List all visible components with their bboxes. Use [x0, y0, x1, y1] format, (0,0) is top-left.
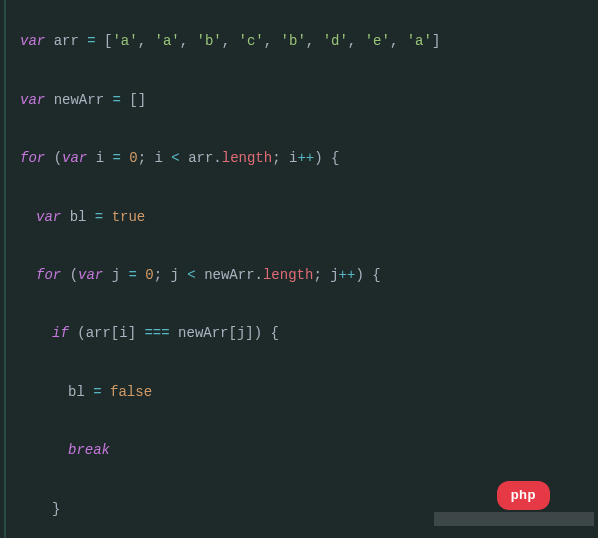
code-line: if (arr[i] === newArr[j]) {	[20, 322, 598, 358]
code-line: for (var i = 0; i < arr.length; i++) {	[20, 147, 598, 183]
php-logo-badge: php	[497, 481, 550, 510]
code-editor: var arr = ['a', 'a', 'b', 'c', 'b', 'd',…	[4, 0, 598, 538]
code-line: bl = false	[20, 381, 598, 417]
code-line: var newArr = []	[20, 89, 598, 125]
watermark-band	[434, 512, 594, 526]
logo-text: php	[511, 487, 536, 502]
code-line: break	[20, 439, 598, 475]
code-line: var bl = true	[20, 206, 598, 242]
code-line: var arr = ['a', 'a', 'b', 'c', 'b', 'd',…	[20, 30, 598, 66]
code-line: for (var j = 0; j < newArr.length; j++) …	[20, 264, 598, 300]
